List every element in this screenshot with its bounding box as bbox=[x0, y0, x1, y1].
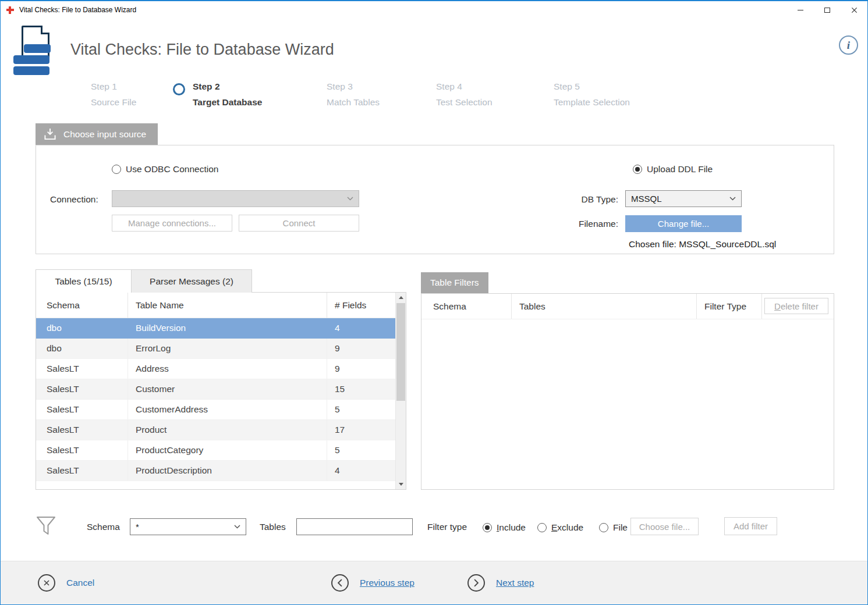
cell-schema: SalesLT bbox=[36, 461, 128, 481]
section-table-filters: Table Filters bbox=[421, 272, 488, 293]
minimize-icon bbox=[798, 10, 803, 10]
next-step-label: Next step bbox=[496, 578, 534, 588]
connection-select[interactable] bbox=[112, 190, 359, 207]
choose-file-button[interactable]: Choose file... bbox=[630, 518, 699, 535]
step-label: Step 4 bbox=[436, 81, 493, 92]
cell-fields: 9 bbox=[327, 359, 395, 379]
cell-table: Customer bbox=[128, 379, 327, 399]
tab-parser-messages[interactable]: Parser Messages (2) bbox=[132, 269, 252, 293]
filter-type-label: Filter type bbox=[427, 522, 467, 532]
radio-icon bbox=[112, 165, 121, 174]
app-icon bbox=[6, 6, 15, 15]
window-controls bbox=[787, 1, 867, 19]
input-source-panel: Use ODBC Connection Upload DDL File Conn… bbox=[36, 145, 834, 254]
cell-fields: 5 bbox=[327, 400, 395, 419]
radio-label: Include bbox=[497, 522, 526, 533]
radio-icon bbox=[599, 523, 608, 532]
radio-icon bbox=[633, 165, 642, 174]
info-icon[interactable]: i bbox=[839, 35, 858, 55]
cell-schema: SalesLT bbox=[36, 420, 128, 440]
current-step-indicator-icon bbox=[173, 83, 185, 95]
exclude-radio[interactable]: Exclude bbox=[537, 522, 583, 533]
radio-label: Exclude bbox=[551, 522, 583, 533]
cell-fields: 5 bbox=[327, 440, 395, 460]
maximize-button[interactable] bbox=[814, 1, 841, 19]
cell-fields: 4 bbox=[327, 318, 395, 338]
cell-schema: dbo bbox=[36, 339, 128, 358]
radio-icon bbox=[537, 523, 547, 532]
column-header-schema: Schema bbox=[421, 294, 512, 319]
section-title: Choose input source bbox=[63, 129, 146, 140]
chevron-down-icon bbox=[347, 197, 353, 201]
table-row[interactable]: dbo ErrorLog 9 bbox=[36, 339, 395, 359]
chosen-file-text: Chosen file: MSSQL_SourceDDL.sql bbox=[629, 239, 776, 250]
tab-tables[interactable]: Tables (15/15) bbox=[36, 269, 132, 293]
next-step-button[interactable]: Next step bbox=[467, 574, 534, 592]
titlebar: Vital Checks: File to Database Wizard bbox=[1, 1, 867, 19]
step-1-source-file: Step 1 Source File bbox=[91, 81, 136, 108]
chevron-down-icon bbox=[729, 197, 736, 201]
file-radio[interactable]: File bbox=[599, 522, 628, 533]
cancel-circle-icon bbox=[38, 574, 55, 592]
schema-filter-label: Schema bbox=[87, 522, 120, 532]
db-type-label: DB Type: bbox=[560, 194, 618, 205]
step-label: Step 3 bbox=[327, 81, 380, 92]
step-label: Step 2 bbox=[193, 81, 262, 92]
schema-filter-select[interactable]: * bbox=[130, 518, 246, 535]
section-title: Table Filters bbox=[430, 277, 479, 288]
radio-label: Use ODBC Connection bbox=[126, 164, 218, 175]
column-header-schema: Schema bbox=[36, 293, 128, 318]
cell-fields: 4 bbox=[327, 461, 395, 481]
cancel-button[interactable]: Cancel bbox=[38, 574, 94, 592]
table-row[interactable]: SalesLT Customer 15 bbox=[36, 379, 395, 400]
cell-schema: dbo bbox=[36, 318, 128, 338]
chevron-right-icon bbox=[467, 574, 485, 592]
tables-scrollbar[interactable] bbox=[395, 293, 406, 489]
step-5-template-selection: Step 5 Template Selection bbox=[554, 81, 630, 108]
cell-table: Product bbox=[128, 420, 327, 440]
step-name: Template Selection bbox=[554, 97, 630, 108]
radio-label: File bbox=[613, 522, 628, 533]
section-choose-input-source: Choose input source bbox=[36, 123, 158, 145]
table-row[interactable]: dbo BuildVersion 4 bbox=[36, 318, 395, 339]
previous-step-label: Previous step bbox=[360, 578, 414, 588]
upload-ddl-radio[interactable]: Upload DDL File bbox=[633, 164, 713, 175]
chevron-left-icon bbox=[331, 574, 349, 592]
previous-step-button[interactable]: Previous step bbox=[331, 574, 414, 592]
cell-fields: 15 bbox=[327, 379, 395, 399]
scrollbar-thumb[interactable] bbox=[396, 303, 405, 401]
connect-button[interactable]: Connect bbox=[239, 215, 359, 232]
table-row[interactable]: SalesLT Product 17 bbox=[36, 420, 395, 440]
table-row[interactable]: SalesLT ProductCategory 5 bbox=[36, 440, 395, 461]
step-label: Step 5 bbox=[554, 81, 630, 92]
footer-bar: Cancel Previous step Next step bbox=[1, 561, 867, 604]
minimize-button[interactable] bbox=[787, 1, 814, 19]
close-icon bbox=[851, 7, 858, 13]
tables-filter-input[interactable] bbox=[296, 518, 413, 535]
scroll-up-icon[interactable] bbox=[396, 293, 406, 302]
cancel-label: Cancel bbox=[66, 578, 94, 588]
db-type-value: MSSQL bbox=[631, 194, 729, 204]
include-radio[interactable]: Include bbox=[483, 522, 526, 533]
column-header-table-name: Table Name bbox=[128, 293, 327, 318]
column-header-filter-type: Filter Type bbox=[697, 294, 762, 319]
table-row[interactable]: SalesLT ProductDescription 4 bbox=[36, 461, 395, 481]
scroll-down-icon[interactable] bbox=[396, 479, 406, 489]
step-4-test-selection: Step 4 Test Selection bbox=[436, 81, 493, 108]
app-logo bbox=[9, 26, 60, 76]
step-2-target-database: Step 2 Target Database bbox=[193, 81, 262, 108]
download-icon bbox=[43, 128, 57, 140]
close-button[interactable] bbox=[841, 1, 867, 19]
filters-header-row: Schema Tables Filter Type Delete filter bbox=[421, 294, 834, 319]
delete-filter-button[interactable]: Delete filter bbox=[764, 298, 828, 314]
table-row[interactable]: SalesLT Address 9 bbox=[36, 359, 395, 379]
titlebar-title: Vital Checks: File to Database Wizard bbox=[19, 6, 136, 14]
odbc-connection-radio[interactable]: Use ODBC Connection bbox=[112, 164, 218, 175]
manage-connections-button[interactable]: Manage connections... bbox=[112, 215, 232, 232]
page-title: Vital Checks: File to Database Wizard bbox=[70, 41, 334, 59]
db-type-select[interactable]: MSSQL bbox=[625, 190, 742, 207]
add-filter-button[interactable]: Add filter bbox=[724, 517, 777, 535]
cell-schema: SalesLT bbox=[36, 400, 128, 419]
table-row[interactable]: SalesLT CustomerAddress 5 bbox=[36, 400, 395, 420]
change-file-button[interactable]: Change file... bbox=[625, 215, 742, 232]
